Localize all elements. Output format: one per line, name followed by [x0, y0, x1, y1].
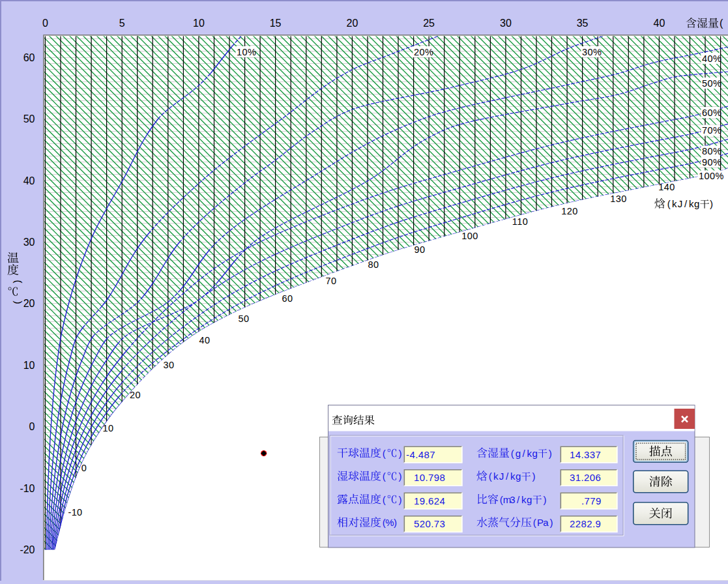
- svg-text:): ): [398, 471, 401, 482]
- svg-text:15: 15: [270, 18, 282, 29]
- svg-text:-10: -10: [20, 483, 35, 494]
- svg-text:0: 0: [29, 421, 35, 432]
- svg-text:60: 60: [23, 52, 35, 63]
- svg-text:3: 3: [510, 494, 515, 505]
- svg-text:(: (: [383, 448, 386, 459]
- svg-text:90: 90: [415, 244, 426, 255]
- svg-text:a: a: [543, 517, 549, 528]
- svg-text:40: 40: [654, 18, 665, 29]
- svg-text:19.624: 19.624: [414, 495, 445, 506]
- svg-text:k: k: [521, 494, 527, 505]
- svg-text:): ): [710, 198, 713, 209]
- svg-text:40: 40: [23, 175, 35, 186]
- svg-text:50: 50: [23, 113, 35, 124]
- svg-text:%: %: [385, 517, 394, 528]
- svg-text:70: 70: [326, 276, 337, 286]
- svg-text:5: 5: [119, 18, 125, 29]
- svg-text:50%: 50%: [702, 78, 721, 89]
- svg-text:-10: -10: [68, 507, 82, 518]
- svg-text:.779: .779: [581, 495, 602, 506]
- svg-text:(: (: [383, 494, 386, 505]
- svg-text:(: (: [13, 280, 24, 284]
- svg-text:(: (: [489, 471, 492, 482]
- svg-text:0: 0: [81, 463, 87, 473]
- svg-text:10: 10: [23, 360, 35, 371]
- svg-text:10%: 10%: [237, 47, 256, 57]
- svg-text:40%: 40%: [702, 53, 721, 64]
- svg-text:20: 20: [130, 390, 141, 400]
- svg-text:): ): [550, 517, 553, 528]
- svg-text:20: 20: [23, 298, 35, 309]
- svg-text:520.73: 520.73: [414, 518, 445, 529]
- svg-text:100%: 100%: [699, 171, 724, 181]
- svg-text:20%: 20%: [414, 47, 433, 57]
- svg-text:14.337: 14.337: [570, 449, 601, 460]
- svg-text:(: (: [383, 471, 386, 482]
- svg-text:25: 25: [423, 18, 435, 29]
- svg-text:2282.9: 2282.9: [570, 518, 601, 529]
- svg-text:(: (: [511, 448, 514, 459]
- svg-text:60%: 60%: [702, 108, 721, 118]
- svg-text:-20: -20: [20, 544, 35, 555]
- svg-text:30: 30: [164, 360, 175, 370]
- svg-text:g: g: [532, 448, 538, 459]
- svg-text:140: 140: [658, 182, 675, 192]
- svg-text:30: 30: [500, 18, 512, 29]
- svg-text:35: 35: [577, 18, 589, 29]
- svg-text:): ): [394, 517, 397, 528]
- svg-text:): ): [398, 494, 401, 505]
- svg-text:130: 130: [610, 194, 626, 204]
- svg-text:80: 80: [368, 259, 379, 270]
- svg-text:(: (: [667, 198, 671, 209]
- svg-text:g: g: [527, 494, 532, 505]
- svg-text:0: 0: [42, 18, 48, 29]
- svg-text:10: 10: [103, 423, 114, 433]
- svg-text:): ): [532, 471, 535, 482]
- svg-text:20: 20: [347, 18, 358, 29]
- svg-text:k: k: [527, 448, 532, 459]
- svg-text:(: (: [533, 517, 536, 528]
- svg-text:30: 30: [23, 237, 35, 248]
- svg-text:10: 10: [193, 18, 205, 29]
- svg-text:60: 60: [282, 293, 293, 304]
- svg-text:70%: 70%: [702, 125, 721, 136]
- svg-text:k: k: [510, 471, 516, 482]
- svg-text:): ): [549, 448, 552, 459]
- svg-text:100: 100: [461, 231, 478, 241]
- svg-text:J: J: [499, 471, 504, 482]
- svg-text:110: 110: [512, 216, 528, 227]
- svg-text:): ): [543, 494, 546, 505]
- svg-text:J: J: [678, 198, 683, 209]
- svg-text:-4.487: -4.487: [406, 449, 435, 460]
- svg-text:): ): [398, 448, 401, 459]
- svg-text:50: 50: [239, 314, 250, 324]
- svg-text:g: g: [694, 198, 699, 209]
- svg-text:31.206: 31.206: [570, 472, 601, 483]
- svg-text:k: k: [672, 198, 677, 209]
- svg-text:): ): [13, 301, 24, 304]
- svg-text:k: k: [493, 471, 499, 482]
- svg-text:120: 120: [561, 206, 577, 216]
- svg-text:40: 40: [199, 335, 211, 345]
- svg-text:10.798: 10.798: [414, 472, 445, 483]
- svg-text:80%: 80%: [702, 146, 721, 156]
- svg-text:90%: 90%: [702, 157, 721, 168]
- svg-text:g: g: [516, 448, 521, 459]
- svg-text:k: k: [689, 198, 694, 209]
- svg-text:30%: 30%: [582, 47, 602, 57]
- svg-text:(: (: [720, 18, 723, 29]
- svg-text:g: g: [516, 471, 521, 482]
